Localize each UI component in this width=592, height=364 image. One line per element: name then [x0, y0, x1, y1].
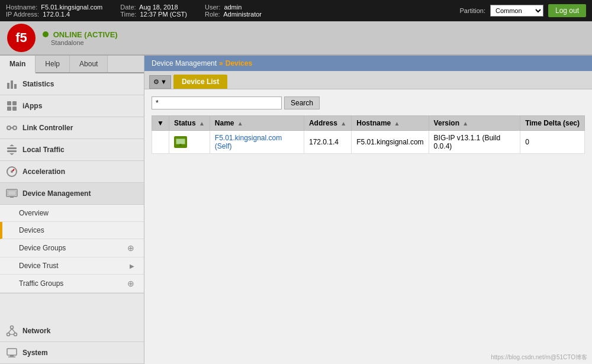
ip-value: 172.0.1.4 — [43, 11, 70, 18]
svg-point-7 — [7, 126, 11, 130]
hostname-sort-icon: ▲ — [394, 120, 400, 127]
date-block: Date: Aug 18, 2018 Time: 12:37 PM (CST) — [120, 4, 187, 18]
sidebar-item-local-traffic[interactable]: Local Traffic — [0, 139, 144, 161]
col-hostname[interactable]: Hostname ▲ — [352, 116, 429, 131]
svg-rect-0 — [7, 83, 9, 89]
breadcrumb-sep: » — [219, 59, 223, 67]
sidebar-item-network[interactable]: Network — [0, 320, 144, 342]
content-area: Device Management » Devices ⚙ ▼ Device L… — [144, 56, 592, 364]
svg-point-19 — [11, 326, 14, 329]
device-management-label: Device Management — [22, 189, 91, 198]
row-version-cell: BIG-IP v13.1.1 (Build 0.0.4) — [429, 131, 520, 154]
sidebar-item-device-management[interactable]: Device Management — [0, 183, 144, 205]
status-block: ONLINE (ACTIVE) Standalone — [43, 30, 118, 46]
iapps-label: iApps — [22, 102, 42, 110]
date-value: Aug 18, 2018 — [139, 4, 178, 11]
local-traffic-label: Local Traffic — [22, 146, 65, 154]
top-right-controls: Partition: Common Log out — [460, 4, 586, 17]
svg-line-22 — [8, 329, 12, 333]
svg-rect-11 — [7, 150, 17, 152]
overview-label: Overview — [19, 209, 49, 217]
gear-icon: ⚙ — [153, 78, 159, 86]
hostname-row: Hostname: F5.01.kingsignal.com — [6, 4, 102, 11]
user-value: admin — [224, 4, 242, 11]
device-management-icon — [6, 188, 18, 199]
sidebar-item-statistics[interactable]: Statistics — [0, 73, 144, 95]
svg-rect-26 — [10, 355, 14, 356]
acceleration-label: Acceleration — [22, 167, 65, 176]
submenu-item-overview[interactable]: Overview — [0, 205, 144, 222]
device-management-submenu: Overview Devices Device Groups ⊕ Device … — [0, 205, 144, 294]
row-time-delta-cell: 0 — [520, 131, 585, 154]
submenu-item-device-trust[interactable]: Device Trust ▶ — [0, 257, 144, 275]
date-label: Date: — [120, 4, 136, 11]
svg-marker-12 — [9, 144, 14, 146]
user-label: User: — [205, 4, 220, 11]
svg-rect-6 — [12, 107, 17, 111]
row-status-cell — [169, 131, 210, 154]
svg-rect-18 — [10, 197, 14, 198]
version-sort-icon: ▲ — [462, 120, 468, 127]
status-text: ONLINE (ACTIVE) — [53, 30, 118, 39]
device-trust-arrow-icon: ▶ — [130, 263, 134, 269]
time-row: Time: 12:37 PM (CST) — [120, 11, 187, 18]
main-layout: Main Help About Statistics — [0, 56, 592, 364]
system-icon — [6, 347, 18, 359]
sidebar-item-link-controller[interactable]: Link Controller — [0, 117, 144, 139]
role-row: Role: Administrator — [205, 11, 262, 18]
watermark: https://blog.csdn.net/m@51CTO博客 — [491, 353, 587, 362]
device-list-tab-label: Device List — [182, 78, 219, 86]
gear-button[interactable]: ⚙ ▼ — [149, 75, 171, 89]
col-version[interactable]: Version ▲ — [429, 116, 520, 131]
svg-rect-2 — [14, 84, 17, 89]
svg-point-20 — [7, 333, 10, 336]
svg-rect-1 — [11, 80, 13, 89]
sidebar-tab-help[interactable]: Help — [36, 56, 70, 72]
table-header-row: ▼ Status ▲ Name ▲ Address ▲ Hostname ▲ — [152, 116, 585, 131]
sidebar-item-system[interactable]: System — [0, 342, 144, 364]
ip-label: IP Address: — [6, 11, 39, 18]
col-address[interactable]: Address ▲ — [304, 116, 351, 131]
system-info: Hostname: F5.01.kingsignal.com IP Addres… — [6, 4, 460, 18]
sidebar: Main Help About Statistics — [0, 56, 144, 364]
col-status[interactable]: Status ▲ — [169, 116, 210, 131]
device-groups-add-icon: ⊕ — [127, 243, 134, 253]
hostname-block: Hostname: F5.01.kingsignal.com IP Addres… — [6, 4, 102, 18]
col-time-delta[interactable]: Time Delta (sec) — [520, 116, 585, 131]
device-groups-label: Device Groups — [19, 244, 66, 252]
submenu-item-device-groups[interactable]: Device Groups ⊕ — [0, 239, 144, 257]
time-label: Time: — [120, 11, 136, 18]
time-value: 12:37 PM (CST) — [140, 11, 187, 18]
svg-rect-25 — [7, 349, 17, 355]
svg-point-30 — [179, 144, 182, 146]
svg-rect-17 — [8, 191, 16, 195]
submenu-item-devices[interactable]: Devices — [0, 222, 144, 239]
row-address-cell: 172.0.1.4 — [304, 131, 351, 154]
iapps-icon — [6, 100, 18, 112]
link-controller-label: Link Controller — [22, 124, 73, 132]
device-link[interactable]: F5.01.kingsignal.com (Self) — [215, 134, 282, 150]
sidebar-item-iapps[interactable]: iApps — [0, 95, 144, 117]
sidebar-item-acceleration[interactable]: Acceleration — [0, 161, 144, 183]
logout-button[interactable]: Log out — [548, 4, 586, 17]
table-area: Search ▼ Status ▲ Name ▲ — [144, 89, 592, 364]
device-list-tab[interactable]: Device List — [173, 75, 227, 89]
search-input[interactable] — [152, 96, 282, 109]
role-value: Administrator — [223, 11, 262, 18]
status-icon — [174, 136, 187, 148]
name-sort-icon: ▲ — [237, 120, 243, 127]
user-row: User: admin — [205, 4, 262, 11]
sidebar-tab-about[interactable]: About — [70, 56, 108, 72]
search-button[interactable]: Search — [284, 96, 320, 109]
submenu-item-traffic-groups[interactable]: Traffic Groups ⊕ — [0, 275, 144, 293]
svg-marker-13 — [9, 153, 14, 155]
content-tab-bar: ⚙ ▼ Device List — [144, 71, 592, 89]
status-dot — [43, 31, 49, 37]
svg-line-23 — [12, 329, 15, 333]
col-filter: ▼ — [152, 116, 169, 131]
breadcrumb-part1: Device Management — [152, 59, 217, 67]
col-name[interactable]: Name ▲ — [210, 116, 304, 131]
sidebar-tab-main[interactable]: Main — [0, 56, 36, 73]
devices-label: Devices — [19, 226, 44, 234]
partition-select[interactable]: Common — [490, 5, 543, 17]
